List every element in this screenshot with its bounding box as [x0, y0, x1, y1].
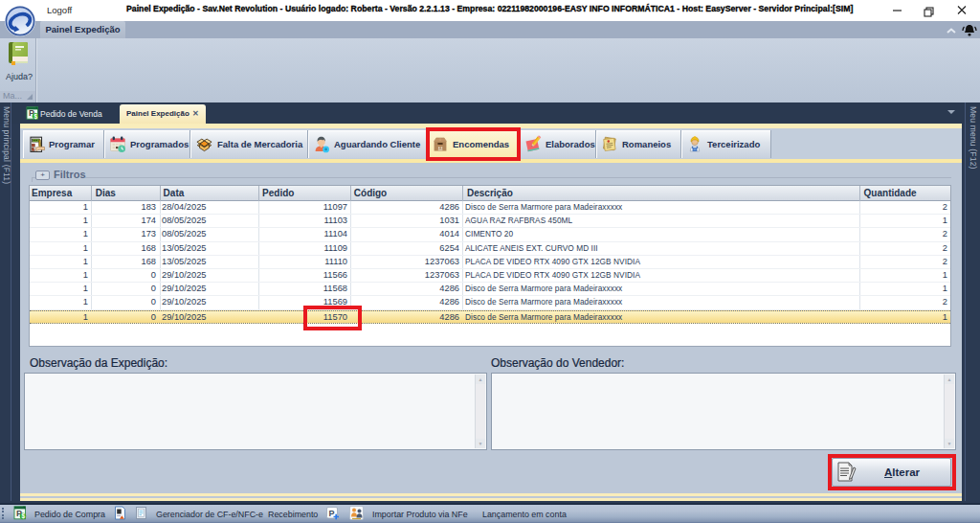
svg-text:$: $	[33, 113, 37, 120]
svg-text:$: $	[21, 512, 25, 520]
